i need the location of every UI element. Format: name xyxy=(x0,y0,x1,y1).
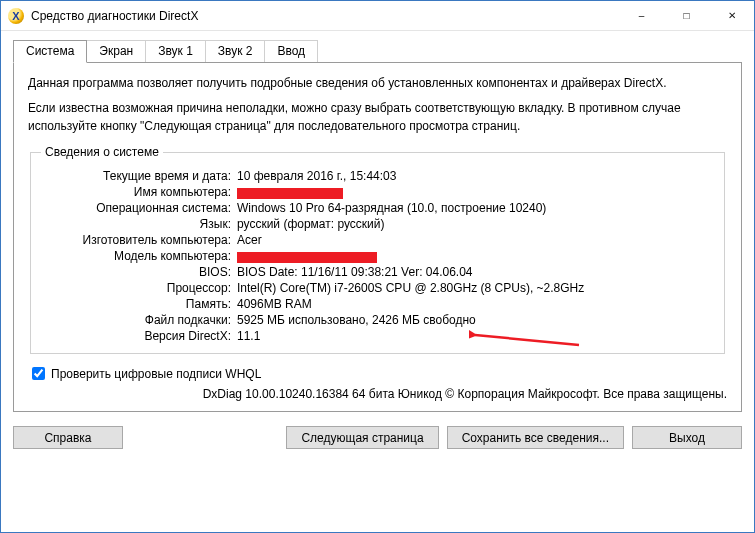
tab-display[interactable]: Экран xyxy=(86,40,146,63)
label-mem: Память: xyxy=(41,297,237,311)
whql-checkbox-label: Проверить цифровые подписи WHQL xyxy=(51,367,261,381)
window-controls: – □ ✕ xyxy=(619,1,754,30)
label-dx: Версия DirectX: xyxy=(41,329,237,343)
svg-line-0 xyxy=(475,335,579,345)
tab-system[interactable]: Система xyxy=(13,40,87,63)
save-all-button[interactable]: Сохранить все сведения... xyxy=(447,426,624,449)
label-mfr: Изготовитель компьютера: xyxy=(41,233,237,247)
value-cpu: Intel(R) Core(TM) i7-2600S CPU @ 2.80GHz… xyxy=(237,281,714,295)
tab-panel-system: Данная программа позволяет получить подр… xyxy=(13,62,742,412)
value-datetime: 10 февраля 2016 г., 15:44:03 xyxy=(237,169,714,183)
value-mem: 4096MB RAM xyxy=(237,297,714,311)
description-2: Если известна возможная причина неполадк… xyxy=(28,100,727,135)
value-computer xyxy=(237,185,714,199)
whql-checkbox[interactable] xyxy=(32,367,45,380)
value-lang: русский (формат: русский) xyxy=(237,217,714,231)
label-model: Модель компьютера: xyxy=(41,249,237,263)
value-page: 5925 МБ использовано, 2426 МБ свободно xyxy=(237,313,714,327)
label-lang: Язык: xyxy=(41,217,237,231)
help-button[interactable]: Справка xyxy=(13,426,123,449)
window-title: Средство диагностики DirectX xyxy=(31,9,619,23)
description-1: Данная программа позволяет получить подр… xyxy=(28,75,727,92)
label-cpu: Процессор: xyxy=(41,281,237,295)
label-os: Операционная система: xyxy=(41,201,237,215)
app-icon: X xyxy=(8,8,24,24)
tab-input[interactable]: Ввод xyxy=(264,40,318,63)
value-mfr: Acer xyxy=(237,233,714,247)
tab-strip: Система Экран Звук 1 Звук 2 Ввод xyxy=(1,31,754,62)
titlebar: X Средство диагностики DirectX – □ ✕ xyxy=(1,1,754,31)
label-page: Файл подкачки: xyxy=(41,313,237,327)
exit-button[interactable]: Выход xyxy=(632,426,742,449)
tab-sound1[interactable]: Звук 1 xyxy=(145,40,206,63)
label-datetime: Текущие время и дата: xyxy=(41,169,237,183)
close-button[interactable]: ✕ xyxy=(709,1,754,30)
annotation-arrow-icon xyxy=(469,327,589,351)
value-dx: 11.1 xyxy=(237,329,714,343)
next-page-button[interactable]: Следующая страница xyxy=(286,426,438,449)
system-info-group: Сведения о системе Текущие время и дата:… xyxy=(30,145,725,354)
value-model xyxy=(237,249,714,263)
maximize-button[interactable]: □ xyxy=(664,1,709,30)
label-bios: BIOS: xyxy=(41,265,237,279)
minimize-button[interactable]: – xyxy=(619,1,664,30)
value-os: Windows 10 Pro 64-разрядная (10.0, постр… xyxy=(237,201,714,215)
label-computer: Имя компьютера: xyxy=(41,185,237,199)
value-dx-text: 11.1 xyxy=(237,329,260,343)
footer-note: DxDiag 10.00.10240.16384 64 бита Юникод … xyxy=(28,387,727,401)
button-bar: Справка Следующая страница Сохранить все… xyxy=(1,418,754,461)
system-info-legend: Сведения о системе xyxy=(41,145,163,159)
value-bios: BIOS Date: 11/16/11 09:38:21 Ver: 04.06.… xyxy=(237,265,714,279)
tab-sound2[interactable]: Звук 2 xyxy=(205,40,266,63)
